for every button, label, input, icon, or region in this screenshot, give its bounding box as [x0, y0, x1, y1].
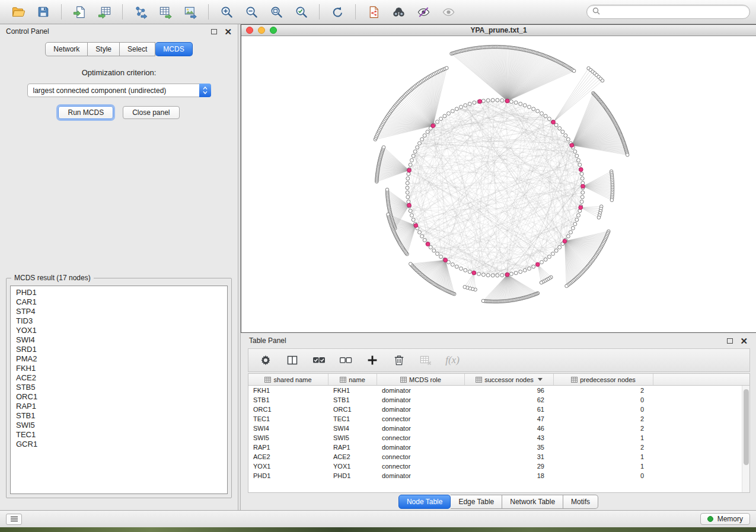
mcds-result-item[interactable]: ORC1: [16, 392, 222, 402]
close-table-panel-icon[interactable]: ✕: [740, 336, 748, 345]
zoom-out-button[interactable]: [239, 2, 264, 22]
mcds-result-item[interactable]: TID3: [16, 316, 222, 326]
tab-mcds[interactable]: MCDS: [155, 42, 192, 56]
tab-edge-table[interactable]: Edge Table: [451, 495, 502, 509]
refresh-button[interactable]: [325, 2, 350, 22]
table-row[interactable]: TEC1TEC1connector472: [248, 414, 749, 424]
columns-button[interactable]: [285, 352, 300, 368]
run-mcds-button[interactable]: Run MCDS: [58, 106, 113, 119]
cell-shared-name: YOX1: [248, 463, 328, 470]
table-row[interactable]: ACE2ACE2connector311: [248, 452, 749, 462]
cell-name: YOX1: [328, 463, 377, 470]
mcds-result-item[interactable]: CAR1: [16, 297, 222, 307]
minimize-window-button[interactable]: [258, 27, 265, 34]
tab-select[interactable]: Select: [120, 42, 155, 56]
table-row[interactable]: ORC1ORC1dominator610: [248, 405, 749, 414]
zoom-in-button[interactable]: [214, 2, 239, 22]
close-window-button[interactable]: [246, 27, 253, 34]
import-table-button[interactable]: [92, 2, 117, 22]
tab-style[interactable]: Style: [88, 42, 120, 56]
tab-motifs[interactable]: Motifs: [563, 495, 598, 509]
cell-name: ORC1: [328, 406, 377, 413]
cell-MCDS-role: connector: [377, 463, 465, 470]
cell-name: ACE2: [328, 453, 377, 460]
mcds-result-item[interactable]: SWI4: [16, 335, 222, 345]
search-input[interactable]: [604, 8, 744, 16]
table-scrollbar[interactable]: [742, 386, 749, 492]
mcds-result-item[interactable]: STP4: [16, 307, 222, 316]
attribute-icon: [340, 377, 346, 383]
float-table-panel-icon[interactable]: [727, 338, 733, 344]
mcds-result-item[interactable]: GCR1: [16, 440, 222, 449]
status-menu-button[interactable]: [6, 514, 22, 525]
table-row[interactable]: SWI4SWI4dominator462: [248, 424, 749, 433]
attribute-icon: [400, 377, 407, 383]
column-header-successor-nodes[interactable]: successor nodes: [465, 374, 554, 385]
cell-MCDS-role: dominator: [377, 472, 465, 479]
network-window-titlebar: YPA_prune.txt_1: [241, 25, 756, 36]
table-row[interactable]: STB1STB1dominator620: [248, 395, 749, 405]
table-scrollbar-thumb[interactable]: [744, 389, 749, 465]
zoom-window-button[interactable]: [270, 27, 277, 34]
tab-network[interactable]: Network: [45, 42, 88, 56]
tab-node-table[interactable]: Node Table: [398, 495, 451, 509]
cell-name: FKH1: [328, 387, 377, 394]
export-table-button[interactable]: [153, 2, 178, 22]
save-session-button[interactable]: [31, 2, 56, 22]
mcds-result-item[interactable]: SWI5: [16, 421, 222, 430]
import-file-button[interactable]: [67, 2, 92, 22]
show-all-button[interactable]: [436, 2, 461, 22]
mcds-result-item[interactable]: PMA2: [16, 354, 222, 364]
mcds-result-item[interactable]: STB5: [16, 383, 222, 392]
close-panel-icon[interactable]: ✕: [224, 27, 232, 36]
select-all-button[interactable]: [311, 352, 327, 368]
mcds-result-item[interactable]: STB1: [16, 411, 222, 421]
cell-successor-nodes: 31: [465, 453, 554, 460]
dropdown-stepper-icon: [199, 84, 211, 97]
function-builder-icon: f(x): [445, 354, 460, 366]
add-row-button[interactable]: [365, 352, 380, 368]
search-network-button[interactable]: [386, 2, 411, 22]
table-row[interactable]: RAP1RAP1dominator352: [248, 443, 749, 452]
mcds-result-item[interactable]: SRD1: [16, 345, 222, 354]
export-network-button[interactable]: [128, 2, 153, 22]
table-row[interactable]: FKH1FKH1dominator962: [248, 386, 749, 395]
function-builder-button[interactable]: f(x): [445, 352, 460, 368]
close-panel-button[interactable]: Close panel: [123, 106, 179, 119]
cell-predecessor-nodes: 2: [554, 387, 653, 394]
float-panel-icon[interactable]: [211, 29, 217, 34]
delete-table-button[interactable]: [418, 352, 433, 368]
zoom-selected-icon: [295, 5, 308, 19]
export-image-button[interactable]: [178, 2, 203, 22]
mcds-result-item[interactable]: PHD1: [16, 288, 222, 297]
mcds-result-item[interactable]: FKH1: [16, 364, 222, 373]
search-field[interactable]: [586, 5, 750, 19]
settings-button[interactable]: [258, 352, 273, 368]
criterion-dropdown[interactable]: largest connected component (undirected): [27, 84, 211, 97]
share-document-button[interactable]: [361, 2, 386, 22]
column-header-shared-name[interactable]: shared name: [248, 374, 328, 385]
deselect-all-button[interactable]: [338, 352, 353, 368]
column-header-predecessor-nodes[interactable]: predecessor nodes: [554, 374, 653, 385]
table-panel-header: Table Panel ✕: [241, 333, 756, 348]
table-row[interactable]: PHD1PHD1dominator180: [248, 471, 749, 480]
hide-selected-button[interactable]: [411, 2, 436, 22]
table-row[interactable]: SWI5SWI5connector431: [248, 433, 749, 443]
column-header-name[interactable]: name: [328, 374, 377, 385]
table-row[interactable]: YOX1YOX1connector291: [248, 462, 749, 471]
mcds-result-item[interactable]: YOX1: [16, 326, 222, 335]
mcds-result-item[interactable]: ACE2: [16, 373, 222, 383]
tab-network-table[interactable]: Network Table: [502, 495, 563, 509]
mcds-result-list[interactable]: PHD1CAR1STP4TID3YOX1SWI4SRD1PMA2FKH1ACE2…: [10, 286, 228, 494]
zoom-selected-button[interactable]: [289, 2, 314, 22]
column-header-MCDS-role[interactable]: MCDS role: [377, 374, 465, 385]
zoom-fit-icon: [270, 5, 283, 19]
zoom-fit-button[interactable]: [264, 2, 289, 22]
mcds-result-item[interactable]: TEC1: [16, 430, 222, 440]
memory-button[interactable]: Memory: [700, 513, 750, 525]
network-visualization[interactable]: [241, 36, 755, 332]
show-all-icon: [442, 5, 455, 19]
open-session-button[interactable]: [6, 2, 31, 22]
mcds-result-item[interactable]: RAP1: [16, 402, 222, 411]
delete-row-button[interactable]: [391, 352, 407, 368]
